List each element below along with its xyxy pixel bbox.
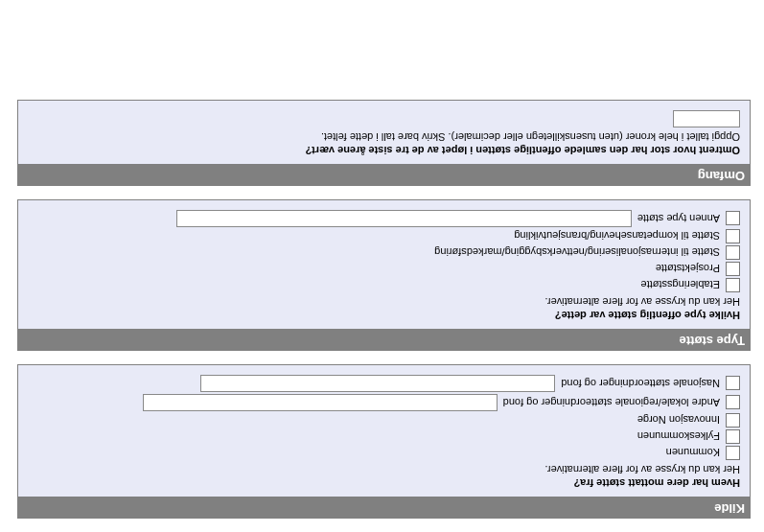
label-prosjekt: Prosjektstøtte [656,264,720,275]
option-andre-lokale: Andre lokale/regionale støtteordninger o… [28,394,740,411]
checkbox-innovasjon-norge[interactable] [726,413,740,428]
panel-type: Hvilke type offentlig støtte var dette? … [17,199,751,330]
question-kilde: Hvem har dere mottatt støtte fra? [28,477,740,489]
option-internasjonalisering: Støtte til internasjonalisering/nettverk… [28,245,740,260]
section-bar-type: Type støtte [17,330,751,351]
question-omfang: Omtrent hvor stor har den samlede offent… [28,145,740,156]
hint-kilde: Her kan du krysse av for flere alternati… [28,464,740,475]
option-fylkeskommunen: Fylkeskommunen [28,429,740,444]
label-nasjonale: Nasjonale støtteordninger og fond [561,378,720,389]
checkbox-kommunen[interactable] [726,446,740,460]
input-annen[interactable] [176,210,632,227]
option-innovasjon-norge: Innovasjon Norge [28,413,740,428]
section-bar-kilde: Kilde [17,497,751,519]
checkbox-internasjonalisering[interactable] [726,245,740,260]
checkbox-kompetanse[interactable] [726,229,740,243]
label-kommunen: Kommunen [666,448,720,459]
hint-omfang: Oppgi tallet i hele kroner (uten tusensk… [28,131,740,143]
input-nasjonale[interactable] [200,375,555,392]
label-etablering: Etableringsstøtte [640,280,720,291]
label-kompetanse: Støtte til kompetanseheving/bransjeutvik… [514,231,720,243]
panel-omfang: Omtrent hvor stor har den samlede offent… [17,100,751,165]
checkbox-andre-lokale[interactable] [726,396,740,410]
option-etablering: Etableringsstøtte [28,278,740,292]
label-fylkeskommunen: Fylkeskommunen [637,431,720,443]
hint-type: Her kan du krysse av for flere alternati… [28,296,740,308]
checkbox-prosjekt[interactable] [726,262,740,276]
option-kompetanse: Støtte til kompetanseheving/bransjeutvik… [28,229,740,243]
section-bar-omfang: Omfang [17,165,751,186]
label-internasjonalisering: Støtte til internasjonalisering/nettverk… [434,247,720,259]
checkbox-annen[interactable] [726,212,740,226]
label-innovasjon-norge: Innovasjon Norge [637,415,720,427]
panel-kilde: Hvem har dere mottatt støtte fra? Her ka… [17,364,751,497]
option-prosjekt: Prosjektstøtte [28,262,740,276]
option-nasjonale: Nasjonale støtteordninger og fond [28,375,740,392]
input-andre-lokale[interactable] [143,394,498,411]
label-annen: Annen type støtte [637,213,720,224]
checkbox-nasjonale[interactable] [726,377,740,391]
checkbox-etablering[interactable] [726,278,740,292]
input-omfang[interactable] [673,110,740,127]
label-andre-lokale: Andre lokale/regionale støtteordninger o… [503,397,720,408]
checkbox-fylkeskommunen[interactable] [726,429,740,444]
question-type: Hvilke type offentlig støtte var dette? [28,310,740,321]
option-annen: Annen type støtte [28,210,740,227]
option-kommunen: Kommunen [28,446,740,460]
